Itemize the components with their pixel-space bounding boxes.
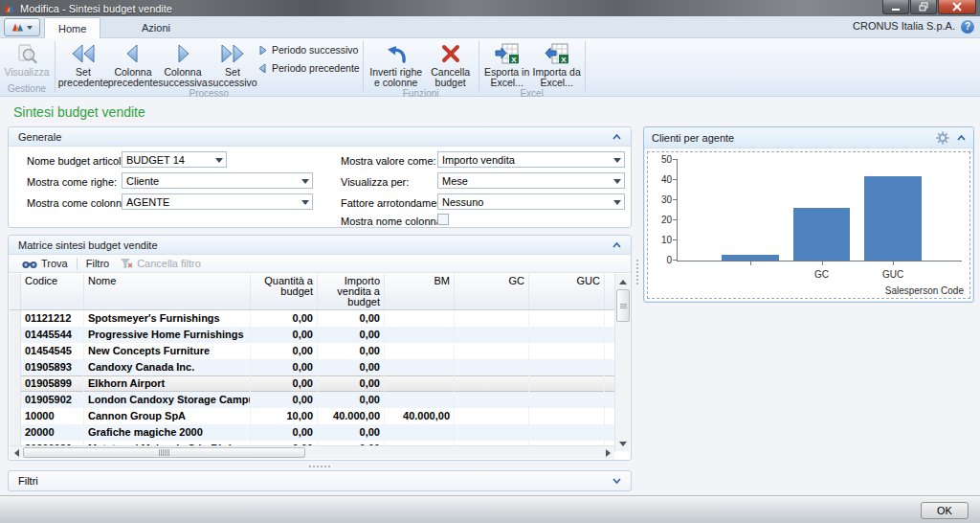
cell-code[interactable]: 20000 [21,424,84,441]
cell-code[interactable]: 10000 [21,408,84,424]
cell-amount[interactable]: 40.000,00 [318,408,385,424]
cell-code[interactable]: 01454545 [21,343,84,359]
row-marker[interactable] [10,424,21,441]
table-row[interactable]: 01905899Elkhorn Airport0,000,00 [10,375,614,392]
cell-amount[interactable]: 0,00 [318,359,385,375]
cell-guc[interactable] [529,424,605,441]
cell-qty[interactable]: 10,00 [251,408,318,424]
close-button[interactable] [938,0,976,14]
cell-amount[interactable]: 0,00 [318,310,385,327]
cell-code[interactable]: 01121212 [21,310,84,327]
cell-guc[interactable] [529,375,605,392]
cell-code[interactable]: 01905899 [21,375,84,392]
cell-gc[interactable] [455,424,529,441]
cell-guc[interactable] [529,359,605,375]
table-row[interactable]: 01905902London Candoxy Storage Campus0,0… [10,392,614,408]
ok-button[interactable]: OK [921,502,969,519]
cell-qty[interactable]: 0,00 [251,392,318,408]
cell-name[interactable]: Progressive Home Furnishings [84,327,251,343]
periodo-successivo-button[interactable]: Periodo successivo [257,43,360,57]
esporta-in-excel-button[interactable]: X Esporta in Excel... [482,39,532,88]
column-header-bm[interactable]: BM [385,274,455,309]
cell-qty[interactable]: 0,00 [251,375,318,392]
cell-name[interactable]: New Concepts Furniture [84,343,251,359]
chevron-up-icon[interactable] [612,242,621,248]
vertical-scrollbar[interactable] [614,274,630,451]
cell-bm[interactable]: 40.000,00 [385,408,455,424]
cell-bm[interactable] [385,392,455,408]
cell-gc[interactable] [455,310,529,327]
vertical-scroll-thumb[interactable] [616,289,630,322]
column-header-gc[interactable]: GC [455,274,529,309]
table-row[interactable]: 10000Cannon Group SpA10,0040.000,0040.00… [10,408,614,424]
cell-name[interactable]: Grafiche magiche 2000 [84,424,251,441]
cell-gc[interactable] [455,327,529,343]
cell-gc[interactable] [455,408,529,424]
cell-guc[interactable] [529,343,605,359]
cell-qty[interactable]: 0,00 [251,327,318,343]
importa-da-excel-button[interactable]: X Importa da Excel... [532,39,582,88]
visualizza-per-select[interactable]: Mese [437,172,625,189]
row-marker[interactable] [10,408,21,424]
cell-amount[interactable]: 0,00 [318,327,385,343]
column-header-nome[interactable]: Nome [84,274,251,309]
cell-bm[interactable] [385,359,455,375]
cell-amount[interactable]: 0,00 [318,375,385,392]
scroll-down-icon[interactable] [617,438,629,449]
horizontal-scrollbar[interactable] [10,445,614,459]
cell-gc[interactable] [455,343,529,359]
nome-budget-articoli-select[interactable]: BUDGET 14 [122,151,227,168]
cell-name[interactable]: Elkhorn Airport [84,375,251,392]
cell-bm[interactable] [385,343,455,359]
cell-qty[interactable]: 0,00 [251,359,318,375]
minimize-button[interactable] [882,0,909,14]
column-header-quantita[interactable]: Quantità a budget [251,274,318,309]
set-precedente-button[interactable]: Set precedente [58,39,108,88]
application-menu-button[interactable] [4,18,40,36]
cell-gc[interactable] [455,375,529,392]
table-row[interactable]: 01121212Spotsmeyer's Furnishings0,000,00 [10,310,614,327]
cell-name[interactable]: Spotsmeyer's Furnishings [84,310,251,327]
generale-section-header[interactable]: Generale [9,127,631,147]
row-marker[interactable] [10,392,21,408]
bar-GC[interactable] [793,208,850,261]
column-header-codice[interactable]: Codice [21,274,84,309]
horizontal-scroll-thumb[interactable] [23,447,305,458]
cell-name[interactable]: London Candoxy Storage Campus [84,392,251,408]
row-marker[interactable] [10,359,21,375]
table-row[interactable]: 01445544Progressive Home Furnishings0,00… [10,327,614,343]
periodo-precedente-button[interactable]: Periodo precedente [257,61,360,75]
cell-guc[interactable] [529,408,605,424]
cell-bm[interactable] [385,375,455,392]
colonna-precedente-button[interactable]: Colonna precedente [108,39,158,88]
filtri-section[interactable]: Filtri [8,470,632,491]
chart-body[interactable]: 01020304050GCGUC Salesperson Code [646,150,971,300]
column-header-importo[interactable]: Importo vendita a budget [318,274,385,309]
inverti-righe-colonne-button[interactable]: Inverti righe e colonne [367,39,426,88]
cell-amount[interactable]: 0,00 [318,392,385,408]
mostra-nome-colonna-checkbox[interactable] [437,214,449,225]
mostra-come-righe-select[interactable]: Cliente [122,172,313,189]
cell-bm[interactable] [385,424,455,441]
set-successivo-button[interactable]: Set successivo [208,39,257,88]
fattore-arrotondamento-select[interactable]: Nessuno [437,193,625,210]
colonna-successiva-button[interactable]: Colonna successiva [158,39,208,88]
chevron-up-icon[interactable] [612,134,621,140]
cell-guc[interactable] [529,310,605,327]
table-row[interactable]: 20000Grafiche magiche 20000,000,00 [10,424,614,441]
cancella-budget-button[interactable]: Cancella budget [426,39,476,88]
cell-qty[interactable]: 0,00 [251,343,318,359]
cell-amount[interactable]: 0,00 [318,424,385,441]
mostra-come-colonne-select[interactable]: AGENTE [122,193,313,210]
column-header-guc[interactable]: GUC [529,274,605,309]
restore-button[interactable] [910,0,937,14]
visualizza-button[interactable]: Visualizza [2,39,52,78]
scroll-up-icon[interactable] [617,276,629,287]
scroll-right-icon[interactable] [602,447,613,459]
tab-azioni[interactable]: Azioni [128,17,184,38]
table-row[interactable]: 01454545New Concepts Furniture0,000,00 [10,343,614,359]
cell-qty[interactable]: 0,00 [251,424,318,441]
cell-gc[interactable] [455,392,529,408]
vertical-splitter-handle[interactable] [635,255,640,289]
row-marker[interactable] [10,310,21,327]
